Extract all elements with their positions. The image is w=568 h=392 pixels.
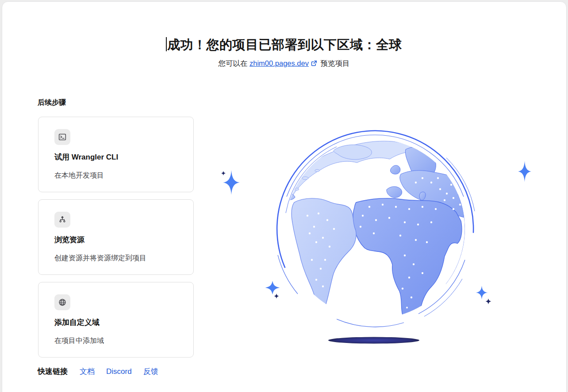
page-title: 成功！您的项目已部署到以下区域：全球 bbox=[167, 36, 402, 54]
sparkle-blue-right bbox=[518, 161, 531, 182]
sparkle-blue-large bbox=[223, 170, 240, 195]
globe-icon bbox=[54, 294, 70, 310]
next-steps-heading: 后续步骤 bbox=[38, 98, 66, 107]
terminal-icon bbox=[54, 129, 70, 145]
sparkle-navy-small bbox=[221, 171, 226, 176]
globe-shadow bbox=[328, 337, 419, 344]
card-description: 在项目中添加域 bbox=[54, 336, 184, 346]
preview-link[interactable]: zhim00.pages.dev bbox=[249, 59, 309, 67]
docs-link[interactable]: 文档 bbox=[80, 366, 95, 377]
card-description: 在本地开发项目 bbox=[54, 171, 184, 180]
card-title: 试用 Wrangler CLI bbox=[54, 152, 184, 162]
sparkle-blue-bottom-right bbox=[476, 285, 488, 299]
feedback-link[interactable]: 反馈 bbox=[143, 366, 158, 377]
resources-icon bbox=[54, 212, 70, 228]
text-caret bbox=[166, 37, 167, 51]
subtitle-prefix: 您可以在 bbox=[218, 59, 249, 67]
south-america-landmass bbox=[279, 191, 356, 317]
sparkle-navy-bottom-left bbox=[274, 293, 279, 299]
sparkle-blue-bottom-left bbox=[265, 281, 280, 295]
madagascar bbox=[453, 281, 461, 294]
card-wrangler-cli[interactable]: 试用 Wrangler CLI 在本地开发项目 bbox=[38, 117, 194, 192]
card-browse-resources[interactable]: 浏览资源 创建资源并将资源绑定到项目 bbox=[38, 199, 194, 275]
quick-links-heading: 快速链接 bbox=[38, 366, 68, 377]
quick-links: 快速链接 文档 Discord 反馈 bbox=[38, 366, 170, 377]
external-link-icon[interactable] bbox=[311, 60, 317, 69]
card-add-custom-domain[interactable]: 添加自定义域 在项目中添加域 bbox=[38, 282, 194, 358]
card-title: 浏览资源 bbox=[54, 235, 184, 245]
subtitle-suffix: 预览项目 bbox=[319, 59, 350, 67]
subtitle: 您可以在 zhim00.pages.dev 预览项目 bbox=[0, 59, 568, 69]
sparkle-navy-bottom-right bbox=[485, 298, 491, 304]
card-description: 创建资源并将资源绑定到项目 bbox=[54, 254, 184, 263]
card-title: 添加自定义域 bbox=[54, 317, 184, 327]
discord-link[interactable]: Discord bbox=[106, 367, 132, 376]
africa-landmass bbox=[353, 198, 462, 321]
globe-illustration bbox=[215, 127, 545, 354]
